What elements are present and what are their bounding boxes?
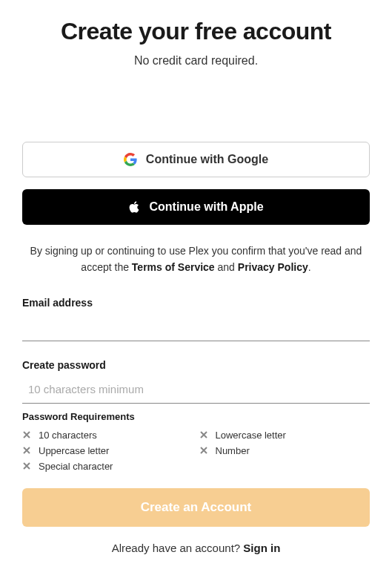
x-icon bbox=[199, 430, 208, 439]
password-requirements-title: Password Requirements bbox=[22, 411, 370, 422]
continue-apple-label: Continue with Apple bbox=[149, 200, 263, 214]
x-icon bbox=[199, 446, 208, 455]
continue-google-button[interactable]: Continue with Google bbox=[22, 142, 370, 177]
x-icon bbox=[22, 461, 31, 470]
req-length: 10 characters bbox=[22, 430, 193, 441]
create-account-button[interactable]: Create an Account bbox=[22, 488, 370, 527]
signin-prompt: Already have an account? Sign in bbox=[22, 542, 370, 554]
x-icon bbox=[22, 430, 31, 439]
continue-google-label: Continue with Google bbox=[146, 153, 268, 166]
req-special: Special character bbox=[22, 461, 193, 472]
email-label: Email address bbox=[22, 297, 370, 309]
signup-form: Create your free account No credit card … bbox=[0, 0, 392, 554]
req-uppercase: Uppercase letter bbox=[22, 445, 193, 456]
sign-in-link[interactable]: Sign in bbox=[243, 542, 280, 554]
terms-of-service-link[interactable]: Terms of Service bbox=[132, 261, 215, 273]
password-label: Create password bbox=[22, 359, 370, 371]
req-number: Number bbox=[199, 445, 371, 456]
email-field[interactable] bbox=[22, 313, 370, 341]
apple-icon bbox=[128, 200, 140, 214]
password-field[interactable] bbox=[22, 375, 370, 404]
google-icon bbox=[124, 153, 137, 166]
continue-apple-button[interactable]: Continue with Apple bbox=[22, 189, 370, 225]
page-subtitle: No credit card required. bbox=[22, 54, 370, 68]
privacy-policy-link[interactable]: Privacy Policy bbox=[238, 261, 308, 273]
x-icon bbox=[22, 446, 31, 455]
req-lowercase: Lowercase letter bbox=[199, 430, 371, 441]
password-requirements-list: 10 characters Lowercase letter Uppercase… bbox=[22, 430, 370, 472]
page-title: Create your free account bbox=[22, 18, 370, 45]
legal-text: By signing up or continuing to use Plex … bbox=[22, 243, 370, 276]
